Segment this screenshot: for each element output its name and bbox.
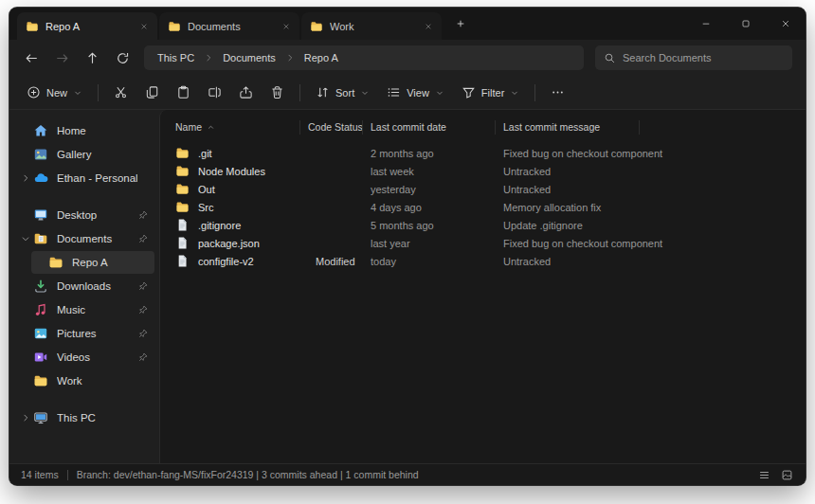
- tab-close-icon[interactable]: [281, 22, 291, 31]
- sidebar-item-gallery[interactable]: Gallery: [16, 143, 154, 166]
- sidebar-item-videos[interactable]: Videos: [16, 346, 154, 369]
- filter-button[interactable]: Filter: [454, 80, 527, 106]
- command-bar: New Sort View Filter: [9, 76, 806, 110]
- pin-icon: [137, 209, 149, 221]
- file-name: .gitignore: [198, 220, 241, 231]
- maximize-button[interactable]: [726, 8, 766, 40]
- view-button-label: View: [407, 87, 429, 99]
- filter-icon: [462, 85, 476, 99]
- sidebar-item-documents[interactable]: Documents: [16, 227, 154, 250]
- sidebar-item-work[interactable]: Work: [16, 369, 154, 392]
- cut-button[interactable]: [106, 80, 136, 106]
- tabs: Repo ADocumentsWork: [9, 8, 444, 40]
- chevron-right-icon[interactable]: [20, 412, 31, 423]
- breadcrumb-this-pc[interactable]: This PC: [154, 50, 198, 65]
- git-branch-status: Branch: dev/ethan-fang-MS/fixFor24319 | …: [77, 469, 419, 480]
- tab-strip: Repo ADocumentsWork: [9, 8, 806, 40]
- forward-button[interactable]: [47, 45, 76, 71]
- last-commit-message: Untracked: [503, 256, 806, 267]
- minimize-button[interactable]: [686, 8, 726, 40]
- file-row-out[interactable]: OutyesterdayUntracked: [160, 180, 806, 198]
- pin-slot: [137, 375, 149, 387]
- pin-slot: [137, 257, 149, 268]
- new-tab-button[interactable]: [448, 11, 473, 36]
- refresh-button[interactable]: [108, 45, 136, 71]
- file-name: .git: [198, 148, 212, 159]
- sidebar-item-label: Music: [57, 304, 137, 315]
- item-count: 14 items: [21, 469, 59, 480]
- file-row-node-modules[interactable]: Node Moduleslast weekUntracked: [160, 162, 806, 180]
- downloads-icon: [33, 279, 48, 294]
- file-icon: [175, 218, 190, 232]
- sidebar-item-home[interactable]: Home: [16, 119, 154, 142]
- sidebar-item-desktop[interactable]: Desktop: [16, 204, 154, 226]
- sort-ascending-icon: [207, 123, 215, 132]
- file-row-configfile-v2[interactable]: configfile-v2ModifiedtodayUntracked: [160, 252, 806, 270]
- details-view-button[interactable]: [754, 466, 773, 483]
- sidebar-item-downloads[interactable]: Downloads: [16, 275, 154, 297]
- minimize-icon: [700, 18, 712, 29]
- copy-button[interactable]: [137, 80, 167, 106]
- file-row-gitignore[interactable]: .gitignore5 months agoUpdate .gitignore: [160, 216, 806, 234]
- up-icon: [85, 51, 100, 65]
- paste-button[interactable]: [169, 80, 198, 106]
- last-commit-message: Fixed bug on checkout component: [503, 148, 806, 159]
- refresh-icon: [116, 51, 130, 65]
- tab-work[interactable]: Work: [301, 12, 442, 40]
- folder-icon: [310, 20, 323, 33]
- paste-icon: [176, 85, 190, 99]
- breadcrumb-repo-a[interactable]: Repo A: [300, 50, 342, 65]
- tab-documents[interactable]: Documents: [159, 12, 299, 40]
- sidebar-item-label: Downloads: [57, 280, 137, 292]
- column-header-code-status[interactable]: Code Status: [308, 120, 363, 135]
- chevron-down-icon[interactable]: [20, 233, 31, 244]
- sort-icon: [316, 85, 330, 99]
- tab-close-icon[interactable]: [424, 22, 433, 31]
- thispc-icon: [33, 410, 48, 425]
- last-commit-date: today: [371, 256, 503, 267]
- column-label: Last commit message: [503, 121, 600, 133]
- tab-repo-a[interactable]: Repo A: [17, 12, 157, 40]
- close-button[interactable]: [766, 8, 806, 40]
- breadcrumb-documents[interactable]: Documents: [219, 50, 280, 65]
- sidebar-item-ethan-personal[interactable]: Ethan - Personal: [16, 167, 154, 189]
- sidebar-item-pictures[interactable]: Pictures: [16, 322, 154, 345]
- sidebar-item-this-pc[interactable]: This PC: [16, 406, 154, 429]
- file-name: package.json: [198, 238, 260, 249]
- sidebar-item-repo-a[interactable]: Repo A: [31, 251, 154, 274]
- breadcrumb[interactable]: This PCDocumentsRepo A: [144, 45, 584, 70]
- more-options-button[interactable]: [543, 80, 572, 106]
- file-rows: .git2 months agoFixed bug on checkout co…: [160, 144, 806, 270]
- search-box[interactable]: [595, 45, 792, 70]
- sidebar-gap: [16, 393, 154, 406]
- column-header-last-commit-date[interactable]: Last commit date: [371, 120, 496, 135]
- column-header-name[interactable]: Name: [175, 120, 300, 135]
- sidebar-item-label: This PC: [57, 412, 137, 423]
- file-row-git[interactable]: .git2 months agoFixed bug on checkout co…: [160, 144, 806, 162]
- file-row-package-json[interactable]: package.jsonlast yearFixed bug on checko…: [160, 234, 806, 252]
- search-input[interactable]: [623, 52, 784, 63]
- column-header-last-commit-message[interactable]: Last commit message: [503, 120, 640, 135]
- file-row-src[interactable]: Src4 days agoMemory allocation fix: [160, 198, 806, 216]
- new-button[interactable]: New: [19, 80, 90, 106]
- last-commit-message: Fixed bug on checkout component: [503, 238, 806, 249]
- tab-close-icon[interactable]: [139, 22, 149, 31]
- sidebar-item-music[interactable]: Music: [16, 298, 154, 321]
- tab-label: Work: [330, 21, 417, 32]
- rename-button[interactable]: [200, 80, 229, 106]
- folder-icon: [26, 20, 39, 33]
- gallery-icon: [33, 147, 48, 162]
- new-icon: [27, 85, 41, 99]
- chevron-right-icon[interactable]: [20, 172, 31, 184]
- search-icon: [604, 52, 616, 64]
- chevron-slot: [20, 125, 31, 136]
- delete-button[interactable]: [263, 80, 292, 106]
- sort-button[interactable]: Sort: [308, 80, 377, 106]
- view-button[interactable]: View: [379, 80, 452, 106]
- share-button[interactable]: [231, 80, 261, 106]
- file-name: Out: [198, 184, 215, 195]
- up-button[interactable]: [78, 45, 106, 71]
- thumbnail-view-button[interactable]: [777, 466, 796, 483]
- back-button[interactable]: [17, 45, 45, 71]
- file-icon: [175, 254, 190, 268]
